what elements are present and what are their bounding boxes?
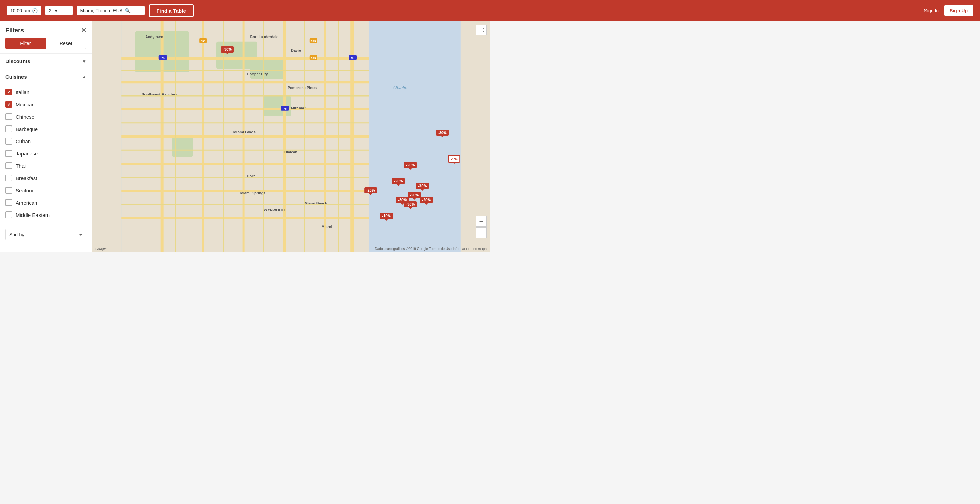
close-icon[interactable]: ✕ xyxy=(81,27,86,34)
cuisine-item[interactable]: American xyxy=(5,196,86,209)
main-content: Filters ✕ Filter Reset Discounts ▼ Cuisi… xyxy=(0,21,490,252)
svg-text:838: 838 xyxy=(201,40,206,43)
cuisine-item[interactable]: Mexican xyxy=(5,98,86,110)
svg-text:595: 595 xyxy=(311,57,316,60)
cuisine-item[interactable]: Thai xyxy=(5,159,86,172)
svg-text:Fort Lauderdale: Fort Lauderdale xyxy=(250,35,279,39)
cuisine-item[interactable]: Italian xyxy=(5,86,86,98)
cuisines-header[interactable]: Cuisines ▲ xyxy=(0,69,92,85)
filters-header: Filters ✕ xyxy=(0,21,92,38)
chevron-down-icon: ▼ xyxy=(54,8,58,13)
cuisine-item[interactable]: Breakfast xyxy=(5,172,86,184)
filter-button[interactable]: Filter xyxy=(5,38,46,49)
find-table-button[interactable]: Find a Table xyxy=(149,5,193,17)
svg-text:Hialeah: Hialeah xyxy=(284,150,298,154)
chevron-up-icon: ▲ xyxy=(82,75,86,80)
sidebar: Filters ✕ Filter Reset Discounts ▼ Cuisi… xyxy=(0,21,92,252)
cuisine-label: Cuban xyxy=(16,139,31,144)
time-input[interactable]: 10:00 am 🕙 xyxy=(7,6,41,15)
cuisine-checkbox[interactable] xyxy=(5,162,12,169)
cuisine-checkbox[interactable] xyxy=(5,199,12,206)
svg-text:Cooper City: Cooper City xyxy=(247,72,269,76)
cuisine-label: Seafood xyxy=(16,188,35,193)
cuisine-label: Breakfast xyxy=(16,175,37,181)
cuisine-label: Middle Eastern xyxy=(16,212,50,218)
cuisine-item[interactable]: Seafood xyxy=(5,184,86,196)
location-input[interactable]: Miami, Flórida, EUA 🔍 xyxy=(77,6,145,15)
cuisine-label: American xyxy=(16,200,37,206)
filters-title: Filters xyxy=(5,27,24,34)
svg-text:595: 595 xyxy=(311,40,316,43)
cuisine-label: Italian xyxy=(16,89,29,95)
svg-text:Miami: Miami xyxy=(322,225,332,229)
search-icon: 🔍 xyxy=(125,8,130,13)
discounts-section: Discounts ▼ xyxy=(0,53,92,69)
cuisines-label: Cuisines xyxy=(5,74,27,80)
cuisine-checkbox[interactable] xyxy=(5,211,12,218)
svg-text:Miami Lakes: Miami Lakes xyxy=(234,130,256,134)
time-value: 10:00 am xyxy=(10,8,30,13)
svg-text:Atlantic: Atlantic xyxy=(393,85,407,90)
svg-text:Pembroke Pines: Pembroke Pines xyxy=(288,86,317,90)
filter-reset-row: Filter Reset xyxy=(0,38,92,53)
reset-button[interactable]: Reset xyxy=(46,38,87,49)
cuisine-item[interactable]: Barbeque xyxy=(5,123,86,135)
svg-text:WYNWOOD: WYNWOOD xyxy=(264,208,285,212)
map-attribution: Dados cartográficos ©2019 Google Termos … xyxy=(375,247,487,250)
cuisine-label: Barbeque xyxy=(16,126,38,132)
cuisine-checkbox[interactable] xyxy=(5,138,12,145)
header: 10:00 am 🕙 2 ▼ Miami, Flórida, EUA 🔍 Fin… xyxy=(0,0,490,21)
svg-text:75: 75 xyxy=(283,107,286,110)
guests-select[interactable]: 2 ▼ xyxy=(45,6,73,15)
cuisine-checkbox[interactable] xyxy=(5,175,12,182)
cuisines-section: Cuisines ▲ ItalianMexicanChineseBarbeque… xyxy=(0,69,92,225)
cuisine-item[interactable]: Chinese xyxy=(5,110,86,123)
fullscreen-button[interactable]: ⛶ xyxy=(476,24,487,35)
zoom-in-button[interactable]: + xyxy=(476,216,487,227)
chevron-down-icon: ▼ xyxy=(82,59,86,64)
cuisine-item[interactable]: Cuban xyxy=(5,135,86,147)
cuisine-checkbox[interactable] xyxy=(5,113,12,120)
sort-bar: Sort by... xyxy=(0,225,92,244)
cuisine-checkbox[interactable] xyxy=(5,101,12,108)
cuisine-checkbox[interactable] xyxy=(5,187,12,194)
svg-text:Andytown: Andytown xyxy=(145,35,163,39)
discounts-header[interactable]: Discounts ▼ xyxy=(0,54,92,69)
cuisine-label: Chinese xyxy=(16,114,34,120)
svg-text:Miramar: Miramar xyxy=(291,106,305,110)
cuisine-item[interactable]: Middle Eastern xyxy=(5,209,86,221)
map-background[interactable]: 75 75 95 Andytown Fort Lauderdale Davie … xyxy=(92,21,490,252)
svg-text:Miami Springs: Miami Springs xyxy=(240,191,266,195)
cuisine-checkbox[interactable] xyxy=(5,126,12,132)
svg-text:75: 75 xyxy=(161,56,165,60)
sort-select[interactable]: Sort by... xyxy=(5,229,86,241)
guests-value: 2 xyxy=(49,8,51,13)
discounts-label: Discounts xyxy=(5,58,30,64)
cuisine-label: Thai xyxy=(16,163,25,169)
location-value: Miami, Flórida, EUA xyxy=(80,8,123,13)
map-area: ...inosreviews • $11:00 AM-5%11:30 AM-5%… xyxy=(92,21,490,252)
cuisine-checkbox[interactable] xyxy=(5,89,12,96)
google-logo: Google xyxy=(95,247,106,250)
cuisine-list: ItalianMexicanChineseBarbequeCubanJapane… xyxy=(0,85,92,225)
cuisine-checkbox[interactable] xyxy=(5,150,12,157)
cuisine-label: Japanese xyxy=(16,151,38,156)
svg-text:Davie: Davie xyxy=(291,48,301,53)
zoom-out-button[interactable]: − xyxy=(476,228,487,238)
map-zoom-controls: + − xyxy=(476,216,487,238)
cuisine-label: Mexican xyxy=(16,102,35,107)
svg-text:95: 95 xyxy=(351,56,355,60)
cuisine-item[interactable]: Japanese xyxy=(5,147,86,159)
map-svg: 75 75 95 Andytown Fort Lauderdale Davie … xyxy=(92,21,490,252)
clock-icon: 🕙 xyxy=(32,8,38,13)
